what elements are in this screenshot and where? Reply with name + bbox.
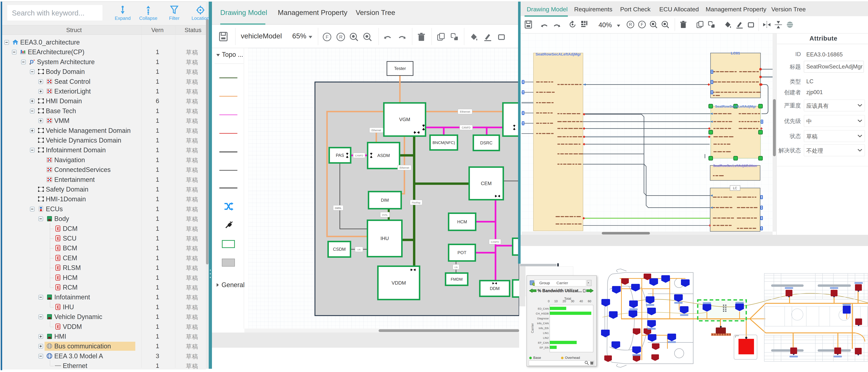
svg-text:E: E [57, 236, 60, 241]
svg-text:SeatRowSecLeftAdj&Edition: SeatRowSecLeftAdj&Edition [713, 164, 757, 168]
svg-text:VGM: VGM [399, 117, 410, 122]
svg-text:DIM: DIM [381, 198, 389, 203]
svg-text:IHU: IHU [380, 236, 389, 241]
svg-text:DVSL: DVSL [382, 214, 388, 216]
svg-text:SeatRowSecALeftAdjMgr: SeatRowSecALeftAdjMgr [535, 52, 581, 56]
svg-text:E: E [57, 324, 60, 329]
svg-text:Ethernet: Ethernet [400, 166, 409, 169]
svg-text:F: F [641, 22, 643, 27]
svg-text:Ethernet: Ethernet [460, 110, 470, 113]
svg-text:SeatRowSecALeftAdjMgr: SeatRowSecALeftAdjMgr [715, 105, 756, 108]
svg-text:FMDM: FMDM [451, 277, 463, 281]
svg-text:CSDM: CSDM [333, 247, 346, 251]
svg-text:E: E [57, 265, 60, 270]
svg-text:FlexRay: FlexRay [412, 201, 421, 204]
svg-text:CANFD: CANFD [491, 241, 499, 243]
svg-text:E: E [57, 256, 60, 261]
svg-text:DSRC: DSRC [480, 140, 492, 145]
svg-text:BNCM(NFC): BNCM(NFC) [433, 140, 455, 145]
svg-text:E: E [57, 246, 60, 250]
svg-text:POT: POT [458, 250, 466, 255]
svg-text:F: F [326, 34, 329, 40]
svg-text:E: E [57, 305, 60, 309]
svg-text:LIN: LIN [357, 248, 361, 251]
svg-text:PAS: PAS [336, 153, 344, 158]
svg-text:CANFD: CANFD [355, 154, 363, 157]
svg-text:R: R [339, 34, 343, 40]
svg-text:CANFD: CANFD [462, 126, 470, 129]
svg-text:CEM: CEM [481, 181, 492, 186]
svg-text:E: E [57, 285, 60, 290]
svg-text:GMSL: GMSL [335, 207, 342, 209]
svg-text:Ethernet: Ethernet [372, 129, 381, 132]
svg-text:VDDM: VDDM [392, 280, 406, 286]
svg-text:E: E [57, 275, 60, 280]
svg-text:LIN: LIN [454, 266, 458, 268]
svg-text:ASDM: ASDM [377, 153, 390, 158]
svg-text:LC: LC [733, 187, 737, 190]
svg-text:LC01: LC01 [731, 51, 740, 55]
svg-text:Tester: Tester [394, 66, 406, 71]
svg-text:E: E [57, 226, 60, 231]
svg-text:R: R [629, 22, 632, 27]
svg-text:DDM: DDM [490, 286, 500, 291]
svg-text:HCM: HCM [457, 219, 467, 224]
